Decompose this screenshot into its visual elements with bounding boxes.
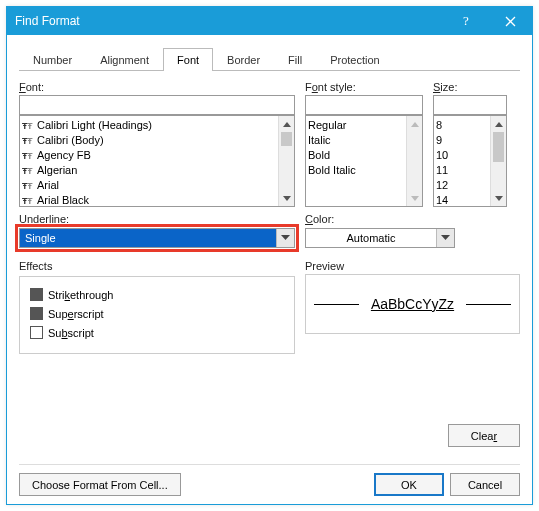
size-label: Size: [433, 81, 507, 93]
truetype-icon: ŦŦ [22, 179, 34, 191]
font-style-listbox[interactable]: Regular Italic Bold Bold Italic [305, 115, 423, 207]
size-item[interactable]: 11 [436, 162, 488, 177]
color-combo[interactable]: Automatic [305, 228, 455, 248]
checkbox-icon [30, 288, 43, 301]
choose-format-from-cell-button[interactable]: Choose Format From Cell... [19, 473, 181, 496]
tab-bar: Number Alignment Font Border Fill Protec… [19, 47, 520, 71]
font-label: Font: [19, 81, 295, 93]
chevron-down-icon[interactable] [436, 229, 454, 247]
svg-text:Ŧ: Ŧ [27, 136, 33, 146]
size-item[interactable]: 10 [436, 147, 488, 162]
tab-border[interactable]: Border [213, 48, 274, 71]
subscript-checkbox[interactable]: Subscript [30, 323, 284, 342]
font-listbox[interactable]: ŦŦ Calibri Light (Headings) ŦŦ Calibri (… [19, 115, 295, 207]
svg-text:Ŧ: Ŧ [27, 151, 33, 161]
underline-value: Single [20, 229, 276, 247]
style-item[interactable]: Bold Italic [308, 162, 404, 177]
font-item[interactable]: ŦŦ Algerian [22, 162, 276, 177]
superscript-checkbox[interactable]: Superscript [30, 304, 284, 323]
find-format-dialog: Find Format ? Number Alignment Font Bord… [6, 6, 533, 505]
dialog-buttons: Choose Format From Cell... OK Cancel [7, 465, 532, 504]
font-item[interactable]: ŦŦ Arial Black [22, 192, 276, 207]
close-button[interactable] [488, 7, 532, 35]
chevron-down-icon[interactable] [276, 229, 294, 247]
size-item[interactable]: 9 [436, 132, 488, 147]
size-item[interactable]: 12 [436, 177, 488, 192]
underline-combo[interactable]: Single [19, 228, 295, 248]
font-style-label: Font style: [305, 81, 423, 93]
titlebar: Find Format ? [7, 7, 532, 35]
size-item[interactable]: 8 [436, 117, 488, 132]
size-input[interactable] [433, 95, 507, 115]
tab-fill[interactable]: Fill [274, 48, 316, 71]
font-item[interactable]: ŦŦ Agency FB [22, 147, 276, 162]
scrollbar[interactable] [406, 116, 422, 206]
font-item[interactable]: ŦŦ Calibri (Body) [22, 132, 276, 147]
scrollbar[interactable] [490, 116, 506, 206]
ok-button[interactable]: OK [374, 473, 444, 496]
tab-number[interactable]: Number [19, 48, 86, 71]
scroll-up-icon[interactable] [491, 116, 506, 132]
font-input[interactable] [19, 95, 295, 115]
svg-text:Ŧ: Ŧ [27, 181, 33, 191]
scroll-down-icon[interactable] [491, 190, 506, 206]
scroll-up-icon[interactable] [407, 116, 422, 132]
truetype-icon: ŦŦ [22, 194, 34, 206]
truetype-icon: ŦŦ [22, 164, 34, 176]
tab-font[interactable]: Font [163, 48, 213, 71]
svg-text:Ŧ: Ŧ [27, 196, 33, 206]
font-item[interactable]: ŦŦ Arial [22, 177, 276, 192]
svg-text:Ŧ: Ŧ [27, 166, 33, 176]
checkbox-icon [30, 307, 43, 320]
truetype-icon: ŦŦ [22, 149, 34, 161]
style-item[interactable]: Italic [308, 132, 404, 147]
cancel-button[interactable]: Cancel [450, 473, 520, 496]
font-item[interactable]: ŦŦ Calibri Light (Headings) [22, 117, 276, 132]
svg-text:Ŧ: Ŧ [27, 121, 33, 131]
scroll-up-icon[interactable] [279, 116, 294, 132]
scroll-down-icon[interactable] [407, 190, 422, 206]
effects-label: Effects [19, 260, 295, 272]
preview-box: AaBbCcYyZz [305, 274, 520, 334]
color-label: Color: [305, 213, 455, 225]
truetype-icon: ŦŦ [22, 119, 34, 131]
scrollbar[interactable] [278, 116, 294, 206]
clear-button[interactable]: Clear [448, 424, 520, 447]
truetype-icon: ŦŦ [22, 134, 34, 146]
underline-label: Underline: [19, 213, 295, 225]
size-listbox[interactable]: 8 9 10 11 12 14 [433, 115, 507, 207]
style-item[interactable]: Bold [308, 147, 404, 162]
help-button[interactable]: ? [444, 7, 488, 35]
preview-label: Preview [305, 260, 520, 272]
tab-alignment[interactable]: Alignment [86, 48, 163, 71]
effects-group: Strikethrough Superscript Subscript [19, 276, 295, 354]
scroll-down-icon[interactable] [279, 190, 294, 206]
font-style-input[interactable] [305, 95, 423, 115]
style-item[interactable]: Regular [308, 117, 404, 132]
preview-text: AaBbCcYyZz [371, 296, 454, 312]
dialog-title: Find Format [15, 14, 444, 28]
tab-protection[interactable]: Protection [316, 48, 394, 71]
checkbox-icon [30, 326, 43, 339]
strikethrough-checkbox[interactable]: Strikethrough [30, 285, 284, 304]
size-item[interactable]: 14 [436, 192, 488, 207]
color-value: Automatic [306, 229, 436, 247]
